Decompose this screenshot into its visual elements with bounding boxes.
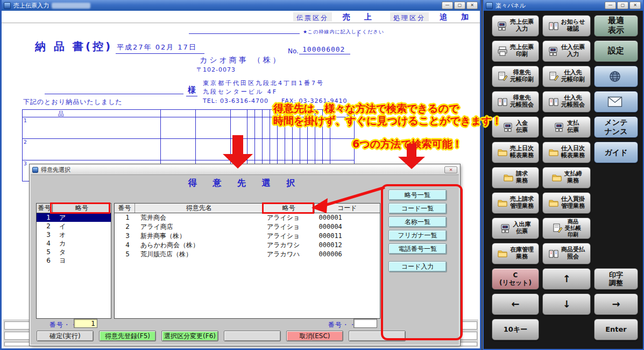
panel-button-purchase-daily-reports[interactable]: 仕入日次 帳表業務: [542, 142, 591, 163]
panel-button-arrow-down[interactable]: ↓: [542, 293, 591, 315]
dialog-close-button[interactable]: ✕: [444, 166, 457, 173]
folder-icon: [503, 172, 514, 183]
customer-postal: 〒102-0073: [196, 66, 236, 74]
kana-list-item[interactable]: 5 タ: [37, 248, 111, 256]
panel-button-arrow-right[interactable]: →: [594, 293, 638, 315]
panel-button-sales-slip-print[interactable]: 売上伝票 印刷: [492, 40, 539, 62]
book-icon: [548, 248, 559, 259]
panel-button-item-ledger-print[interactable]: 商品 受払帳 印刷: [542, 218, 591, 239]
panel-button-inventory-mgmt[interactable]: 在庫管理 業務: [492, 243, 539, 264]
panel-button-warehouse-slip[interactable]: 入出庫 伝票: [492, 218, 539, 239]
down-arrow-annotation: [398, 144, 425, 169]
denpyo-kubun-label: 伝票区分: [293, 12, 332, 22]
panel-button-optimal-display[interactable]: 最適 表示: [594, 15, 638, 37]
confirm-button[interactable]: 確定(実行): [37, 331, 94, 341]
kana-list-item[interactable]: 2 イ: [37, 222, 111, 230]
customer-row[interactable]: 4 あらかわ商会（株） アラカワシ 000012: [115, 241, 380, 250]
globe-icon: [608, 69, 622, 83]
maximize-button[interactable]: ▢: [454, 2, 465, 9]
panel-button-web[interactable]: [594, 66, 638, 87]
panel-button-settings[interactable]: 設定: [594, 40, 638, 62]
panel-button-customer-ledger-print[interactable]: 得意先 元帳印刷: [492, 66, 539, 87]
panel-button-sales-slip-entry[interactable]: 売上伝票 入力: [492, 15, 539, 37]
maximize-button[interactable]: ▢: [617, 2, 628, 9]
cancel-button[interactable]: 取消(ESC): [286, 331, 343, 341]
folder-icon: [497, 198, 508, 208]
minimize-button[interactable]: —: [442, 2, 453, 9]
book-icon: [548, 96, 559, 107]
page-pen-icon: [552, 223, 563, 234]
shori-kubun-label: 処理区分: [390, 12, 429, 22]
customer-row[interactable]: 2 アライ商店 アライショ 000004: [115, 222, 380, 232]
panel-button-payment-closing-work[interactable]: 支払締 業務: [542, 167, 591, 188]
number-input-left[interactable]: [74, 319, 97, 328]
close-button[interactable]: ✕: [466, 2, 478, 9]
panel-button-enter[interactable]: Enter: [594, 319, 638, 340]
panel-button-payment-slip[interactable]: 支払 伝票: [542, 116, 591, 138]
slip-type-bar: 伝票区分 売上 処理区分 追加: [2, 11, 480, 23]
customer-row[interactable]: 5 荒川販売店（株） アラカワハ 000006: [115, 250, 380, 259]
change-selection-button[interactable]: 選択区分変更(F6): [161, 331, 218, 341]
kana-list-item[interactable]: 6 ヨ: [37, 256, 111, 265]
minimize-button[interactable]: —: [605, 2, 616, 9]
panel-button-supplier-ledger-inquiry[interactable]: 仕入先 元帳照会: [542, 91, 591, 113]
blank-function-button[interactable]: [224, 331, 281, 341]
customer-address2: 九段センタービル 4F: [203, 88, 278, 96]
customer-name: カシオ商事 （株）: [200, 55, 282, 65]
doc-date: 平成27年 02月 17日: [116, 43, 204, 54]
panel-button-guide[interactable]: ガイド: [594, 142, 638, 163]
doc-no-label: No.: [288, 47, 299, 55]
rakuraku-panel: 楽々パネル — ▢ ✕ 売上伝票 入力 お知らせ 確認 最適 表示 売上伝票 印…: [483, 0, 644, 350]
kana-list-item[interactable]: 3 オ: [37, 230, 111, 239]
panel-button-purchase-slip-entry[interactable]: 仕入伝票 入力: [542, 40, 591, 62]
frame-corner-mark: [358, 31, 358, 37]
number-input-right[interactable]: [353, 319, 377, 328]
register-icon: [497, 20, 508, 31]
panel-button-maintenance[interactable]: メンテ ナンス: [594, 116, 638, 138]
customer-table: 番号 得意先名 略号 コード 1 荒井商会 アライショ 000001 2 アライ…: [114, 203, 380, 319]
main-titlebar[interactable]: 売上伝票入力 — ▢ ✕: [2, 0, 480, 11]
folder-icon: [548, 198, 559, 208]
page-pen-icon: [548, 71, 559, 82]
sama-label: 様: [186, 85, 197, 96]
customer-address1: 東京都千代田区九段北4丁目1番7号: [203, 79, 324, 87]
panel-button-supplier-ledger-print[interactable]: 仕入先 元帳印刷: [542, 66, 591, 87]
customer-row[interactable]: 3 新井商事（株） アライショ 000011: [115, 232, 380, 241]
panel-button-ten-key[interactable]: 10キー: [492, 319, 539, 340]
item-row-number: 1: [24, 118, 27, 123]
panel-button-sales-daily-reports[interactable]: 売上日次 帳表業務: [492, 142, 539, 163]
panel-button-sales-receivable-mgmt[interactable]: 売上請求 管理業務: [492, 192, 539, 214]
folder-icon: [497, 147, 508, 158]
header-no: 番号: [115, 204, 135, 213]
register-icon: [503, 122, 514, 132]
register-icon: [500, 223, 511, 234]
screen: 売上伝票入力 — ▢ ✕ 伝票区分 売上 処理区分 追加 ★この枠線内に記入して…: [0, 0, 644, 350]
register-customer-button[interactable]: 得意先登録(F5): [99, 331, 156, 341]
item-col-header: 品: [58, 110, 64, 118]
panel-button-c-reset[interactable]: C (リセット): [492, 268, 539, 290]
customer-underline: [45, 94, 183, 94]
panel-button-arrow-up[interactable]: ↑: [542, 268, 591, 290]
panel-button-mail[interactable]: [594, 91, 638, 113]
kana-list-item[interactable]: 1 ア: [37, 213, 111, 222]
panel-button-billing-work[interactable]: 請求 業務: [492, 167, 539, 188]
annotation-connector-arrow: [309, 184, 387, 215]
panel-button-print-adjust[interactable]: 印字 調整: [594, 268, 638, 290]
annotation-callout-1: 得意先は、様々な方法で検索できるので 時間を掛けず、すぐに見つけることができます…: [273, 102, 502, 127]
panel-button-notice-check[interactable]: お知らせ 確認: [542, 15, 591, 37]
shori-kubun-value: 追加: [440, 12, 483, 22]
panel-button-arrow-left[interactable]: ←: [492, 293, 539, 315]
register-icon: [548, 46, 559, 57]
kana-index-list: 番号 略号 1 ア 2 イ 3 オ 4 カ 5 タ: [36, 203, 111, 319]
ryaku-header-highlight-table: [262, 202, 314, 214]
panel-titlebar[interactable]: 楽々パネル — ▢ ✕: [484, 0, 643, 11]
panel-button-purchase-payable-mgmt[interactable]: 仕入買掛 管理業務: [542, 192, 591, 214]
denpyo-kubun-value: 売上: [343, 12, 386, 22]
register-icon: [554, 122, 565, 132]
panel-button-item-ledger-inquiry[interactable]: 商品受払 照会: [542, 243, 591, 264]
kana-list-item[interactable]: 4 カ: [37, 239, 111, 248]
close-button[interactable]: ✕: [629, 2, 641, 9]
panel-icon: [486, 2, 493, 9]
doc-title: 納 品 書(控): [35, 39, 112, 54]
page-pen-icon: [497, 71, 508, 82]
